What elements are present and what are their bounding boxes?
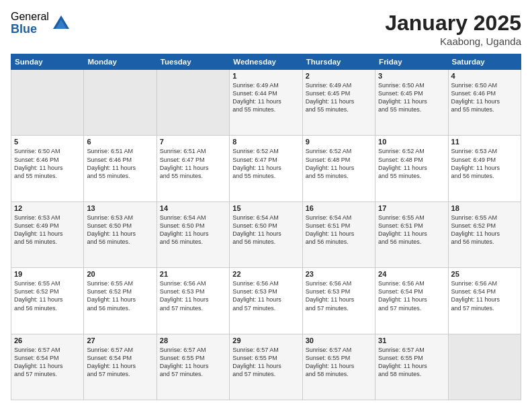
- day-number: 30: [306, 336, 372, 345]
- table-row: 4Sunrise: 6:50 AM Sunset: 6:46 PM Daylig…: [448, 70, 521, 136]
- day-number: 21: [160, 270, 226, 278]
- table-row: 1Sunrise: 6:49 AM Sunset: 6:44 PM Daylig…: [230, 70, 302, 136]
- table-row: 8Sunrise: 6:52 AM Sunset: 6:47 PM Daylig…: [230, 136, 302, 201]
- table-row: 25Sunrise: 6:56 AM Sunset: 6:54 PM Dayli…: [448, 268, 521, 334]
- day-number: 31: [378, 336, 445, 345]
- table-row: 28Sunrise: 6:57 AM Sunset: 6:55 PM Dayli…: [157, 334, 229, 400]
- calendar-table: Sunday Monday Tuesday Wednesday Thursday…: [11, 54, 521, 400]
- day-info: Sunrise: 6:53 AM Sunset: 6:49 PM Dayligh…: [14, 214, 81, 246]
- day-number: 18: [451, 204, 518, 212]
- day-number: 19: [14, 270, 81, 278]
- day-number: 11: [451, 138, 518, 146]
- day-info: Sunrise: 6:56 AM Sunset: 6:54 PM Dayligh…: [451, 279, 518, 312]
- logo-blue: Blue: [11, 23, 49, 36]
- table-row: 24Sunrise: 6:56 AM Sunset: 6:54 PM Dayli…: [375, 268, 448, 334]
- table-row: 12Sunrise: 6:53 AM Sunset: 6:49 PM Dayli…: [11, 201, 84, 267]
- day-number: 22: [232, 270, 299, 278]
- table-row: 30Sunrise: 6:57 AM Sunset: 6:55 PM Dayli…: [302, 334, 375, 400]
- day-number: 26: [14, 336, 81, 345]
- day-info: Sunrise: 6:51 AM Sunset: 6:46 PM Dayligh…: [87, 147, 153, 180]
- table-row: 21Sunrise: 6:56 AM Sunset: 6:53 PM Dayli…: [157, 268, 229, 334]
- table-row: 22Sunrise: 6:56 AM Sunset: 6:53 PM Dayli…: [230, 268, 302, 334]
- day-info: Sunrise: 6:52 AM Sunset: 6:47 PM Dayligh…: [232, 147, 299, 180]
- day-info: Sunrise: 6:53 AM Sunset: 6:49 PM Dayligh…: [451, 147, 518, 180]
- day-info: Sunrise: 6:57 AM Sunset: 6:55 PM Dayligh…: [160, 346, 226, 379]
- col-tuesday: Tuesday: [157, 54, 229, 70]
- day-number: 17: [378, 204, 445, 212]
- day-number: 4: [451, 72, 518, 80]
- day-info: Sunrise: 6:54 AM Sunset: 6:51 PM Dayligh…: [306, 214, 372, 246]
- day-info: Sunrise: 6:56 AM Sunset: 6:53 PM Dayligh…: [306, 279, 372, 312]
- table-row: 19Sunrise: 6:55 AM Sunset: 6:52 PM Dayli…: [11, 268, 84, 334]
- calendar-week-3: 12Sunrise: 6:53 AM Sunset: 6:49 PM Dayli…: [11, 201, 521, 267]
- table-row: 14Sunrise: 6:54 AM Sunset: 6:50 PM Dayli…: [157, 201, 229, 267]
- logo-icon: [52, 14, 71, 33]
- table-row: 29Sunrise: 6:57 AM Sunset: 6:55 PM Dayli…: [230, 334, 302, 400]
- table-row: 3Sunrise: 6:50 AM Sunset: 6:45 PM Daylig…: [375, 70, 448, 136]
- day-info: Sunrise: 6:57 AM Sunset: 6:55 PM Dayligh…: [306, 346, 372, 379]
- table-row: 31Sunrise: 6:57 AM Sunset: 6:55 PM Dayli…: [375, 334, 448, 400]
- table-row: 17Sunrise: 6:55 AM Sunset: 6:51 PM Dayli…: [375, 201, 448, 267]
- day-info: Sunrise: 6:57 AM Sunset: 6:54 PM Dayligh…: [87, 346, 153, 379]
- logo-text: General Blue: [11, 11, 49, 36]
- day-info: Sunrise: 6:52 AM Sunset: 6:48 PM Dayligh…: [306, 147, 372, 180]
- table-row: 5Sunrise: 6:50 AM Sunset: 6:46 PM Daylig…: [11, 136, 84, 201]
- logo-general: General: [11, 11, 49, 23]
- table-row: [84, 70, 157, 136]
- day-number: 12: [14, 204, 81, 212]
- day-number: 6: [87, 138, 153, 146]
- table-row: 6Sunrise: 6:51 AM Sunset: 6:46 PM Daylig…: [84, 136, 157, 201]
- logo: General Blue: [11, 11, 71, 36]
- day-number: 28: [160, 336, 226, 345]
- day-info: Sunrise: 6:56 AM Sunset: 6:54 PM Dayligh…: [378, 279, 445, 312]
- day-info: Sunrise: 6:57 AM Sunset: 6:54 PM Dayligh…: [14, 346, 81, 379]
- calendar-header-row: Sunday Monday Tuesday Wednesday Thursday…: [11, 54, 521, 70]
- day-info: Sunrise: 6:57 AM Sunset: 6:55 PM Dayligh…: [378, 346, 445, 379]
- day-number: 14: [160, 204, 226, 212]
- day-info: Sunrise: 6:49 AM Sunset: 6:45 PM Dayligh…: [306, 81, 372, 114]
- table-row: 11Sunrise: 6:53 AM Sunset: 6:49 PM Dayli…: [448, 136, 521, 201]
- table-row: 15Sunrise: 6:54 AM Sunset: 6:50 PM Dayli…: [230, 201, 302, 267]
- table-row: 27Sunrise: 6:57 AM Sunset: 6:54 PM Dayli…: [84, 334, 157, 400]
- table-row: 13Sunrise: 6:53 AM Sunset: 6:50 PM Dayli…: [84, 201, 157, 267]
- header: General Blue January 2025 Kaabong, Ugand…: [11, 11, 521, 47]
- day-info: Sunrise: 6:51 AM Sunset: 6:47 PM Dayligh…: [160, 147, 226, 180]
- col-wednesday: Wednesday: [230, 54, 302, 70]
- table-row: 20Sunrise: 6:55 AM Sunset: 6:52 PM Dayli…: [84, 268, 157, 334]
- table-row: 2Sunrise: 6:49 AM Sunset: 6:45 PM Daylig…: [302, 70, 375, 136]
- calendar-week-5: 26Sunrise: 6:57 AM Sunset: 6:54 PM Dayli…: [11, 334, 521, 400]
- table-row: [157, 70, 229, 136]
- location-subtitle: Kaabong, Uganda: [385, 36, 521, 47]
- table-row: 18Sunrise: 6:55 AM Sunset: 6:52 PM Dayli…: [448, 201, 521, 267]
- day-number: 7: [160, 138, 226, 146]
- day-number: 25: [451, 270, 518, 278]
- day-info: Sunrise: 6:54 AM Sunset: 6:50 PM Dayligh…: [160, 214, 226, 246]
- col-thursday: Thursday: [302, 54, 375, 70]
- day-info: Sunrise: 6:55 AM Sunset: 6:52 PM Dayligh…: [14, 279, 81, 312]
- day-info: Sunrise: 6:56 AM Sunset: 6:53 PM Dayligh…: [160, 279, 226, 312]
- day-info: Sunrise: 6:55 AM Sunset: 6:52 PM Dayligh…: [451, 214, 518, 246]
- day-info: Sunrise: 6:49 AM Sunset: 6:44 PM Dayligh…: [232, 81, 299, 114]
- col-saturday: Saturday: [448, 54, 521, 70]
- day-info: Sunrise: 6:50 AM Sunset: 6:46 PM Dayligh…: [451, 81, 518, 114]
- day-number: 1: [232, 72, 299, 80]
- table-row: [11, 70, 84, 136]
- day-number: 9: [306, 138, 372, 146]
- day-number: 5: [14, 138, 81, 146]
- day-number: 13: [87, 204, 153, 212]
- table-row: 23Sunrise: 6:56 AM Sunset: 6:53 PM Dayli…: [302, 268, 375, 334]
- day-number: 3: [378, 72, 445, 80]
- day-number: 10: [378, 138, 445, 146]
- table-row: 26Sunrise: 6:57 AM Sunset: 6:54 PM Dayli…: [11, 334, 84, 400]
- day-info: Sunrise: 6:55 AM Sunset: 6:52 PM Dayligh…: [87, 279, 153, 312]
- day-number: 15: [232, 204, 299, 212]
- day-info: Sunrise: 6:50 AM Sunset: 6:45 PM Dayligh…: [378, 81, 445, 114]
- col-friday: Friday: [375, 54, 448, 70]
- day-number: 16: [306, 204, 372, 212]
- day-info: Sunrise: 6:50 AM Sunset: 6:46 PM Dayligh…: [14, 147, 81, 180]
- day-number: 8: [232, 138, 299, 146]
- day-info: Sunrise: 6:57 AM Sunset: 6:55 PM Dayligh…: [232, 346, 299, 379]
- day-number: 27: [87, 336, 153, 345]
- day-info: Sunrise: 6:56 AM Sunset: 6:53 PM Dayligh…: [232, 279, 299, 312]
- day-info: Sunrise: 6:52 AM Sunset: 6:48 PM Dayligh…: [378, 147, 445, 180]
